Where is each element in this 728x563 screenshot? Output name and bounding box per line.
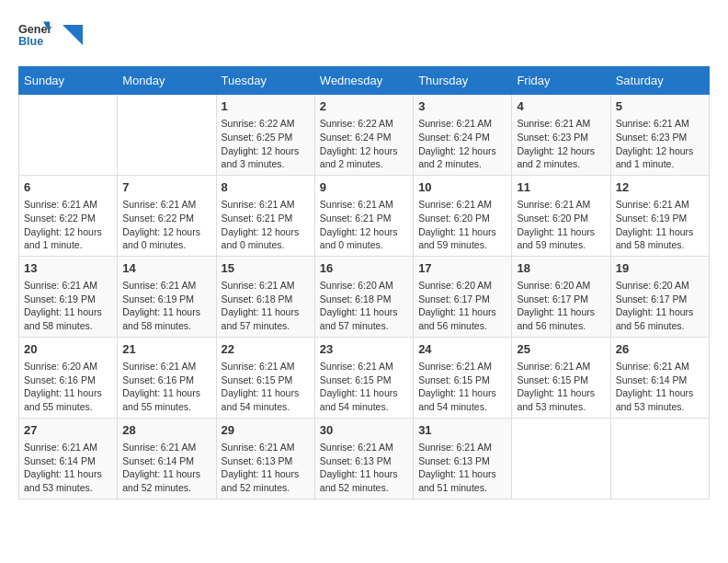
cell-content-line: Sunrise: 6:21 AM [517, 198, 605, 212]
cell-content-line: Sunset: 6:15 PM [320, 373, 408, 387]
calendar-cell: 24Sunrise: 6:21 AMSunset: 6:15 PMDayligh… [414, 337, 512, 418]
calendar-cell: 19Sunrise: 6:20 AMSunset: 6:17 PMDayligh… [610, 256, 709, 337]
cell-content-line: Sunset: 6:23 PM [517, 131, 605, 144]
calendar-cell: 17Sunrise: 6:20 AMSunset: 6:17 PMDayligh… [414, 256, 512, 337]
calendar-cell: 22Sunrise: 6:21 AMSunset: 6:15 PMDayligh… [216, 337, 314, 418]
day-number: 14 [122, 260, 210, 277]
calendar-cell: 9Sunrise: 6:21 AMSunset: 6:21 PMDaylight… [314, 175, 413, 256]
cell-content-line: Sunrise: 6:20 AM [517, 279, 605, 293]
svg-text:Blue: Blue [18, 35, 43, 48]
day-number: 20 [24, 341, 112, 358]
cell-content-line: Daylight: 11 hours and 53 minutes. [616, 386, 704, 413]
calendar-week-3: 13Sunrise: 6:21 AMSunset: 6:19 PMDayligh… [19, 256, 710, 337]
cell-content-line: Sunset: 6:16 PM [24, 373, 112, 387]
cell-content-line: Sunset: 6:24 PM [418, 131, 506, 144]
calendar-cell: 31Sunrise: 6:21 AMSunset: 6:13 PMDayligh… [414, 418, 512, 499]
calendar-cell: 7Sunrise: 6:21 AMSunset: 6:22 PMDaylight… [118, 175, 216, 256]
cell-content-line: Sunrise: 6:21 AM [418, 117, 506, 131]
cell-content-line: Daylight: 11 hours and 58 minutes. [122, 305, 210, 332]
cell-content-line: Daylight: 12 hours and 0 minutes. [320, 225, 408, 252]
logo-icon: General Blue [18, 18, 51, 52]
calendar-cell [19, 95, 118, 176]
cell-content-line: Sunset: 6:20 PM [517, 212, 605, 225]
cell-content-line: Daylight: 11 hours and 57 minutes. [320, 305, 408, 332]
cell-content-line: Sunset: 6:22 PM [24, 212, 112, 225]
calendar-cell: 23Sunrise: 6:21 AMSunset: 6:15 PMDayligh… [314, 337, 413, 418]
calendar-cell: 2Sunrise: 6:22 AMSunset: 6:24 PMDaylight… [314, 95, 413, 176]
day-number: 13 [24, 260, 112, 277]
calendar-cell: 26Sunrise: 6:21 AMSunset: 6:14 PMDayligh… [610, 337, 709, 418]
logo: General Blue [18, 18, 83, 52]
cell-content-line: Daylight: 12 hours and 2 minutes. [418, 144, 506, 171]
cell-content-line: Sunrise: 6:20 AM [24, 360, 112, 373]
calendar-cell: 12Sunrise: 6:21 AMSunset: 6:19 PMDayligh… [610, 175, 709, 256]
cell-content-line: Sunrise: 6:21 AM [24, 198, 112, 212]
cell-content-line: Sunset: 6:21 PM [320, 212, 408, 225]
calendar-cell [610, 418, 709, 499]
calendar-cell: 27Sunrise: 6:21 AMSunset: 6:14 PMDayligh… [19, 418, 118, 499]
cell-content-line: Sunrise: 6:21 AM [320, 360, 408, 373]
cell-content-line: Daylight: 12 hours and 1 minute. [24, 225, 112, 252]
cell-content-line: Daylight: 11 hours and 56 minutes. [616, 305, 704, 332]
cell-content-line: Sunset: 6:24 PM [320, 131, 408, 144]
cell-content-line: Daylight: 11 hours and 53 minutes. [517, 386, 605, 413]
cell-content-line: Sunset: 6:15 PM [517, 373, 605, 387]
day-header-tuesday: Tuesday [216, 67, 314, 95]
cell-content-line: Sunrise: 6:21 AM [122, 360, 210, 373]
cell-content-line: Sunset: 6:21 PM [222, 212, 310, 225]
cell-content-line: Daylight: 12 hours and 0 minutes. [122, 225, 210, 252]
day-number: 18 [517, 260, 605, 277]
calendar-cell: 15Sunrise: 6:21 AMSunset: 6:18 PMDayligh… [216, 256, 314, 337]
calendar-cell: 29Sunrise: 6:21 AMSunset: 6:13 PMDayligh… [216, 418, 314, 499]
day-number: 7 [122, 179, 210, 196]
calendar-week-2: 6Sunrise: 6:21 AMSunset: 6:22 PMDaylight… [19, 175, 710, 256]
cell-content-line: Daylight: 12 hours and 0 minutes. [222, 225, 310, 252]
day-header-monday: Monday [118, 67, 216, 95]
calendar-cell: 13Sunrise: 6:21 AMSunset: 6:19 PMDayligh… [19, 256, 118, 337]
cell-content-line: Daylight: 11 hours and 58 minutes. [24, 305, 112, 332]
day-number: 24 [418, 341, 506, 358]
cell-content-line: Sunrise: 6:21 AM [320, 198, 408, 212]
cell-content-line: Sunset: 6:13 PM [222, 454, 310, 468]
cell-content-line: Daylight: 11 hours and 56 minutes. [418, 305, 506, 332]
calendar-cell: 8Sunrise: 6:21 AMSunset: 6:21 PMDaylight… [216, 175, 314, 256]
cell-content-line: Sunrise: 6:21 AM [418, 360, 506, 373]
cell-content-line: Daylight: 12 hours and 1 minute. [616, 144, 704, 171]
svg-marker-3 [63, 25, 83, 45]
calendar-cell: 11Sunrise: 6:21 AMSunset: 6:20 PMDayligh… [512, 175, 610, 256]
cell-content-line: Sunrise: 6:21 AM [320, 441, 408, 454]
calendar-week-5: 27Sunrise: 6:21 AMSunset: 6:14 PMDayligh… [19, 418, 710, 499]
calendar-cell: 16Sunrise: 6:20 AMSunset: 6:18 PMDayligh… [314, 256, 413, 337]
cell-content-line: Sunrise: 6:21 AM [122, 198, 210, 212]
cell-content-line: Daylight: 11 hours and 54 minutes. [320, 386, 408, 413]
cell-content-line: Sunrise: 6:21 AM [418, 441, 506, 454]
day-number: 27 [24, 422, 112, 439]
cell-content-line: Sunrise: 6:21 AM [616, 198, 704, 212]
cell-content-line: Daylight: 11 hours and 58 minutes. [616, 225, 704, 252]
cell-content-line: Sunrise: 6:21 AM [24, 441, 112, 454]
cell-content-line: Sunrise: 6:21 AM [222, 441, 310, 454]
day-number: 12 [616, 179, 704, 196]
cell-content-line: Sunrise: 6:21 AM [616, 117, 704, 131]
cell-content-line: Daylight: 11 hours and 55 minutes. [122, 386, 210, 413]
day-number: 4 [517, 98, 605, 115]
calendar-week-1: 1Sunrise: 6:22 AMSunset: 6:25 PMDaylight… [19, 95, 710, 176]
page-header: General Blue [18, 18, 710, 52]
cell-content-line: Sunset: 6:25 PM [222, 131, 310, 144]
cell-content-line: Daylight: 11 hours and 52 minutes. [122, 467, 210, 494]
calendar-cell: 5Sunrise: 6:21 AMSunset: 6:23 PMDaylight… [610, 95, 709, 176]
cell-content-line: Sunrise: 6:21 AM [222, 360, 310, 373]
day-number: 6 [24, 179, 112, 196]
cell-content-line: Daylight: 11 hours and 55 minutes. [24, 386, 112, 413]
cell-content-line: Sunrise: 6:20 AM [418, 279, 506, 293]
cell-content-line: Sunrise: 6:21 AM [517, 117, 605, 131]
cell-content-line: Sunset: 6:20 PM [418, 212, 506, 225]
day-number: 1 [222, 98, 310, 115]
cell-content-line: Sunrise: 6:21 AM [222, 198, 310, 212]
day-number: 23 [320, 341, 408, 358]
cell-content-line: Sunset: 6:18 PM [222, 293, 310, 306]
cell-content-line: Sunset: 6:17 PM [517, 293, 605, 306]
calendar-cell: 3Sunrise: 6:21 AMSunset: 6:24 PMDaylight… [414, 95, 512, 176]
calendar-cell: 4Sunrise: 6:21 AMSunset: 6:23 PMDaylight… [512, 95, 610, 176]
calendar-cell: 10Sunrise: 6:21 AMSunset: 6:20 PMDayligh… [414, 175, 512, 256]
